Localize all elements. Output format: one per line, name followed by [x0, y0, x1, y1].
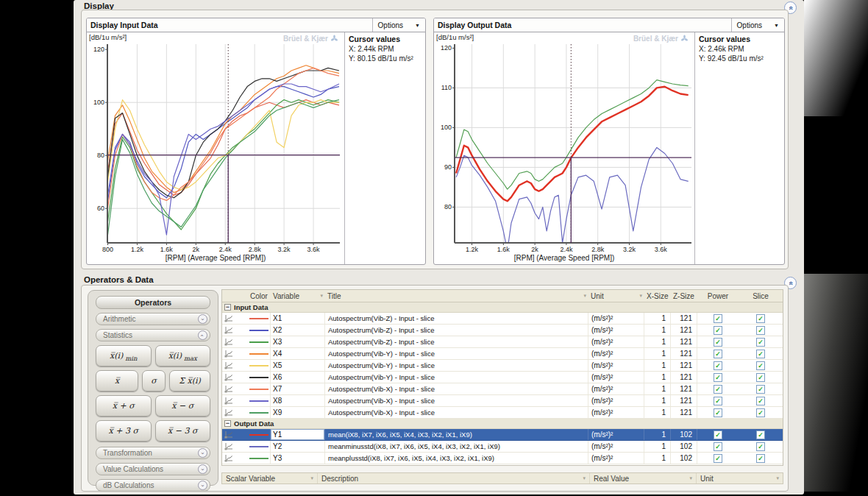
table-row[interactable]: X7Autospectrum(Vib-X) - Input - slice(m/… — [222, 383, 783, 395]
table-row[interactable]: X9Autospectrum(Vib-X) - Input - slice(m/… — [222, 407, 783, 419]
output-chart-options-button[interactable]: Options ▼ — [731, 18, 784, 32]
mean-operator-button[interactable]: x̅ — [96, 370, 138, 392]
variable-cell[interactable]: X3 — [271, 336, 325, 347]
table-row[interactable]: X5Autospectrum(Vib-Y) - Input - slice(m/… — [222, 360, 783, 372]
mean-plus-3std-button[interactable]: x̅ + 3 σ — [96, 420, 152, 442]
slice-checkbox[interactable]: ✓ — [739, 325, 783, 336]
mean-minus-std-button[interactable]: x̅ − σ — [155, 395, 211, 417]
table-row[interactable]: Y1mean(iX8, iX7, iX6, iX5, iX4, iX3, iX2… — [222, 429, 783, 441]
slice-checkbox[interactable]: ✓ — [739, 383, 783, 394]
row-type-icon — [222, 348, 247, 359]
slice-checkbox[interactable]: ✓ — [739, 441, 783, 452]
variable-cell[interactable]: Y3 — [271, 453, 325, 464]
table-row[interactable]: X6Autospectrum(Vib-Y) - Input - slice(m/… — [222, 372, 783, 383]
section-statistics[interactable]: Statistics › — [96, 329, 210, 341]
table-group-row[interactable]: −Output Data — [222, 419, 783, 429]
slice-checkbox[interactable]: ✓ — [739, 372, 783, 383]
variable-cell[interactable]: X2 — [271, 325, 325, 336]
section-value-calculations[interactable]: Value Calculations › — [96, 463, 210, 475]
input-chart-options-button[interactable]: Options ▼ — [372, 18, 425, 32]
row-type-icon — [222, 372, 247, 383]
color-column-header[interactable]: Color — [247, 290, 271, 302]
power-checkbox[interactable]: ✓ — [697, 336, 739, 347]
unit-column-header[interactable]: Unit ▾ — [697, 473, 783, 483]
power-checkbox[interactable]: ✓ — [697, 383, 739, 394]
variable-cell[interactable]: Y1 — [271, 429, 325, 440]
output-chart-plot-area[interactable]: [dB/1u m/s²] Brüel & Kjær 1.2k1.6k2k2.4k… — [434, 32, 694, 264]
variable-cell[interactable]: X5 — [271, 360, 325, 371]
power-checkbox[interactable]: ✓ — [697, 325, 739, 336]
chevron-down-icon: ▼ — [774, 23, 779, 28]
min-operator-button[interactable]: x̅(i) min — [96, 345, 152, 366]
description-column-header[interactable]: Description ▾ — [318, 473, 590, 483]
x-size-cell: 1 — [644, 313, 671, 324]
slice-checkbox[interactable]: ✓ — [739, 360, 783, 371]
slice-checkbox[interactable]: ✓ — [739, 453, 783, 464]
variable-cell[interactable]: X1 — [271, 313, 325, 324]
section-transformation[interactable]: Transformation › — [96, 447, 210, 459]
table-row[interactable]: X8Autospectrum(Vib-X) - Input - slice(m/… — [222, 395, 783, 407]
slice-checkbox[interactable]: ✓ — [739, 407, 783, 418]
variable-cell[interactable]: X9 — [271, 407, 325, 418]
power-column-header[interactable]: Power — [697, 290, 739, 302]
table-row[interactable]: X2Autospectrum(Vib-Z) - Input - slice(m/… — [222, 325, 783, 336]
chevron-down-icon[interactable]: › — [198, 464, 207, 474]
power-checkbox[interactable]: ✓ — [697, 429, 739, 440]
variable-cell[interactable]: X4 — [271, 348, 325, 359]
unit-column-header[interactable]: Unit ▾ — [588, 290, 644, 302]
chevron-down-icon[interactable]: › — [198, 314, 207, 324]
operators-header: Operators — [96, 296, 210, 309]
table-row[interactable]: X1Autospectrum(Vib-Z) - Input - slice(m/… — [222, 313, 783, 325]
table-row[interactable]: Y2meanminusstd(iX8, iX7, iX6, iX5, iX4, … — [222, 441, 783, 453]
mean-minus-3std-button[interactable]: x̅ − 3 σ — [155, 420, 211, 442]
variable-cell[interactable]: Y2 — [271, 441, 325, 452]
collapse-expander-icon[interactable]: − — [224, 420, 231, 427]
scalar-variable-column-header[interactable]: Scalar Variable ▾ — [222, 473, 318, 483]
slice-checkbox[interactable]: ✓ — [739, 348, 783, 359]
collapse-expander-icon[interactable]: − — [224, 304, 231, 311]
variable-column-header[interactable]: Variable ▾ — [271, 290, 325, 302]
chevron-up-icon[interactable]: › — [198, 330, 207, 340]
section-db-calculations[interactable]: dB Calculations › — [96, 479, 210, 492]
output-chart-plot[interactable]: 1.2k1.6k2k2.4k2.8k3.2k3.6k8090100110120 — [435, 40, 694, 255]
power-checkbox[interactable]: ✓ — [697, 360, 739, 371]
slice-checkbox[interactable]: ✓ — [739, 336, 783, 347]
x-size-column-header[interactable]: X-Size — [644, 290, 671, 302]
table-row[interactable]: X4Autospectrum(Vib-Y) - Input - slice(m/… — [222, 348, 783, 360]
power-checkbox[interactable]: ✓ — [697, 441, 739, 452]
z-size-column-header[interactable]: Z-Size — [671, 290, 697, 302]
table-group-row[interactable]: −Input Data — [222, 302, 783, 313]
power-checkbox[interactable]: ✓ — [697, 407, 739, 418]
max-operator-button[interactable]: x̅(i) max — [155, 345, 211, 366]
input-chart-plot[interactable]: 8001.2k1.6k2k2.4k2.8k3.2k3.6k6080100120 — [88, 40, 343, 255]
input-chart-plot-area[interactable]: [dB/1u m/s²] Brüel & Kjær 8001.2k1.6k2k2… — [87, 32, 344, 264]
slice-column-header[interactable]: Slice — [739, 290, 783, 302]
slice-checkbox[interactable]: ✓ — [739, 313, 783, 324]
unit-cell: (m/s²)² — [588, 360, 644, 371]
power-checkbox[interactable]: ✓ — [697, 372, 739, 383]
table-row[interactable]: Y3meanplusstd(iX8, iX7, iX6, iX5, iX4, i… — [222, 453, 783, 464]
std-operator-button[interactable]: σ — [142, 370, 166, 392]
slice-checkbox[interactable]: ✓ — [739, 395, 783, 406]
power-checkbox[interactable]: ✓ — [697, 313, 739, 324]
table-row[interactable]: X3Autospectrum(Vib-Z) - Input - slice(m/… — [222, 336, 783, 348]
variable-cell[interactable]: X7 — [271, 383, 325, 394]
x-size-cell: 1 — [644, 407, 671, 418]
chevron-down-icon[interactable]: › — [198, 481, 207, 490]
variable-cell[interactable]: X6 — [271, 372, 325, 383]
power-checkbox[interactable]: ✓ — [697, 395, 739, 406]
slice-checkbox[interactable]: ✓ — [739, 429, 783, 440]
power-checkbox[interactable]: ✓ — [697, 348, 739, 359]
svg-text:100: 100 — [93, 99, 104, 106]
svg-text:60: 60 — [97, 205, 104, 212]
sum-operator-button[interactable]: Σ x̅(i) — [169, 370, 210, 392]
variable-cell[interactable]: X8 — [271, 395, 325, 406]
chevron-down-icon[interactable]: › — [198, 448, 207, 458]
real-value-column-header[interactable]: Real Value ▾ — [590, 473, 697, 483]
mean-plus-std-button[interactable]: x̅ + σ — [96, 395, 152, 417]
power-checkbox[interactable]: ✓ — [697, 453, 739, 464]
icon-column-header — [222, 290, 247, 302]
curve-color-swatch — [247, 407, 271, 418]
title-column-header[interactable]: Title ▾ — [325, 290, 588, 302]
section-arithmetic[interactable]: Arithmetic › — [96, 313, 210, 325]
